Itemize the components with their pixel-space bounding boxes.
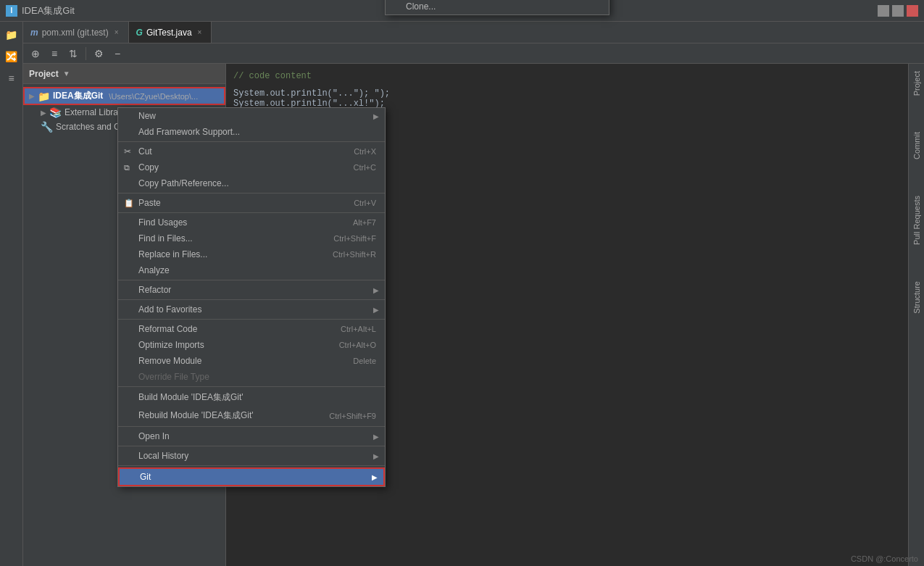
main-layout: 📁 🔀 ≡ m pom.xml (git.test) × G GitTest.j… bbox=[0, 22, 924, 566]
menu-reformat[interactable]: Reformat Code Ctrl+Alt+L bbox=[118, 321, 385, 337]
close-button[interactable] bbox=[907, 5, 918, 17]
panel-arrow[interactable]: ▼ bbox=[63, 70, 70, 78]
tree-root-arrow: ▶ bbox=[29, 92, 35, 100]
git-clone[interactable]: Clone... bbox=[386, 0, 609, 14]
toolbar-sort-btn[interactable]: ⇅ bbox=[65, 46, 81, 62]
tree-root-folder-icon: 📁 bbox=[38, 91, 50, 102]
menu-cut-label: Cut bbox=[138, 146, 152, 157]
cut-icon: ✂ bbox=[124, 146, 131, 157]
tree-root-path: \Users\CZyue\Desktop\... bbox=[109, 92, 198, 101]
menu-find-usages[interactable]: Find Usages Alt+F7 bbox=[118, 215, 385, 230]
sidebar-icon-structure[interactable]: ≡ bbox=[1, 68, 22, 88]
tab-gittest[interactable]: G GitTest.java × bbox=[129, 22, 212, 43]
pom-tab-label: pom.xml (git.test) bbox=[42, 28, 109, 38]
tree-libs-icon: 📚 bbox=[49, 107, 62, 118]
menu-override-type: Override File Type bbox=[118, 369, 385, 385]
menu-reformat-shortcut: Ctrl+Alt+L bbox=[341, 325, 376, 333]
menu-cut[interactable]: ✂ Cut Ctrl+X bbox=[118, 143, 385, 159]
window-controls[interactable] bbox=[878, 5, 918, 17]
gittest-tab-icon: G bbox=[136, 28, 143, 38]
menu-optimize[interactable]: Optimize Imports Ctrl+Alt+O bbox=[118, 337, 385, 353]
sep5 bbox=[118, 299, 385, 300]
git-item-border: Git bbox=[118, 467, 385, 486]
sep3 bbox=[118, 212, 385, 213]
tab-bar: m pom.xml (git.test) × G GitTest.java × bbox=[23, 22, 924, 43]
toolbar-settings-btn[interactable]: ⚙ bbox=[91, 46, 107, 62]
menu-local-history[interactable]: Local History bbox=[118, 448, 385, 464]
menu-reformat-label: Reformat Code bbox=[138, 324, 197, 334]
menu-add-framework-label: Add Framework Support... bbox=[138, 127, 240, 137]
toolbar-sync-btn[interactable]: ⊕ bbox=[28, 46, 43, 62]
sep7 bbox=[118, 386, 385, 387]
sidebar-label-project[interactable]: Project bbox=[912, 71, 921, 96]
menu-find-files[interactable]: Find in Files... Ctrl+Shift+F bbox=[118, 230, 385, 246]
menu-analyze-label: Analyze bbox=[138, 265, 170, 275]
menu-remove-module[interactable]: Remove Module Delete bbox=[118, 353, 385, 369]
toolbar-minimize-btn[interactable]: − bbox=[109, 46, 125, 62]
app-icon: I bbox=[6, 5, 17, 17]
menu-analyze[interactable]: Analyze bbox=[118, 262, 385, 278]
git-clone-label: Clone... bbox=[406, 1, 436, 12]
code-line-1: // code content bbox=[233, 71, 917, 81]
menu-find-usages-shortcut: Alt+F7 bbox=[353, 218, 376, 227]
toolbar: ⊕ ≡ ⇅ ⚙ − bbox=[23, 43, 924, 64]
menu-cut-shortcut: Ctrl+X bbox=[354, 147, 376, 156]
gittest-tab-label: GitTest.java bbox=[146, 28, 192, 38]
menu-refactor[interactable]: Refactor bbox=[118, 282, 385, 298]
tree-root-item[interactable]: ▶ 📁 IDEA集成Git \Users\CZyue\Desktop\... bbox=[23, 87, 225, 105]
menu-refactor-label: Refactor bbox=[138, 285, 171, 295]
pom-tab-icon: m bbox=[30, 28, 38, 38]
menu-favorites[interactable]: Add to Favorites bbox=[118, 301, 385, 317]
maximize-button[interactable] bbox=[892, 5, 904, 17]
menu-rebuild-shortcut: Ctrl+Shift+F9 bbox=[329, 412, 376, 420]
toolbar-align-btn[interactable]: ≡ bbox=[46, 46, 62, 62]
menu-open-in[interactable]: Open In bbox=[118, 428, 385, 444]
sidebar-icon-git[interactable]: 🔀 bbox=[1, 46, 22, 67]
copy-icon: ⧉ bbox=[124, 163, 130, 172]
menu-git-label: Git bbox=[140, 472, 151, 482]
pom-tab-close[interactable]: × bbox=[112, 28, 121, 37]
menu-add-framework[interactable]: Add Framework Support... bbox=[118, 124, 385, 140]
panel-title: Project bbox=[29, 69, 59, 79]
sep2 bbox=[118, 193, 385, 193]
tree-root-label: IDEA集成Git bbox=[53, 90, 103, 102]
menu-rebuild-module[interactable]: Rebuild Module 'IDEA集成Git' Ctrl+Shift+F9 bbox=[118, 407, 385, 425]
tree-libs-arrow: ▶ bbox=[41, 109, 46, 117]
menu-optimize-shortcut: Ctrl+Alt+O bbox=[339, 341, 376, 349]
menu-optimize-label: Optimize Imports bbox=[138, 340, 204, 350]
menu-find-files-shortcut: Ctrl+Shift+F bbox=[333, 234, 376, 243]
left-sidebar: 📁 🔀 ≡ bbox=[0, 22, 23, 566]
menu-copy-shortcut: Ctrl+C bbox=[354, 163, 376, 172]
toolbar-sep1 bbox=[86, 47, 86, 60]
gittest-tab-close[interactable]: × bbox=[196, 28, 204, 37]
menu-replace-files[interactable]: Replace in Files... Ctrl+Shift+R bbox=[118, 246, 385, 262]
sidebar-label-pull-requests[interactable]: Pull Requests bbox=[912, 196, 921, 245]
code-line-2: System.out.println("..."); "); bbox=[233, 88, 917, 99]
sidebar-label-commit[interactable]: Commit bbox=[912, 132, 921, 159]
menu-git[interactable]: Git bbox=[120, 469, 383, 485]
paste-icon: 📋 bbox=[124, 199, 134, 208]
menu-remove-module-shortcut: Delete bbox=[353, 357, 376, 365]
tab-pom[interactable]: m pom.xml (git.test) × bbox=[23, 22, 129, 43]
menu-copy-path[interactable]: Copy Path/Reference... bbox=[118, 175, 385, 191]
menu-new[interactable]: New bbox=[118, 108, 385, 124]
menu-build-module-label: Build Module 'IDEA集成Git' bbox=[138, 391, 244, 404]
menu-replace-files-shortcut: Ctrl+Shift+R bbox=[333, 250, 376, 259]
menu-override-type-label: Override File Type bbox=[138, 372, 209, 382]
menu-favorites-label: Add to Favorites bbox=[138, 304, 201, 315]
sidebar-label-structure[interactable]: Structure bbox=[912, 281, 921, 314]
menu-build-module[interactable]: Build Module 'IDEA集成Git' bbox=[118, 388, 385, 407]
menu-remove-module-label: Remove Module bbox=[138, 356, 201, 366]
menu-find-files-label: Find in Files... bbox=[138, 233, 193, 244]
menu-copy[interactable]: ⧉ Copy Ctrl+C bbox=[118, 159, 385, 175]
sep1 bbox=[118, 141, 385, 142]
menu-replace-files-label: Replace in Files... bbox=[138, 249, 207, 259]
menu-rebuild-module-label: Rebuild Module 'IDEA集成Git' bbox=[138, 409, 254, 422]
sep10 bbox=[118, 465, 385, 466]
minimize-button[interactable] bbox=[878, 5, 889, 17]
sep4 bbox=[118, 280, 385, 280]
menu-paste[interactable]: 📋 Paste Ctrl+V bbox=[118, 195, 385, 211]
sep6 bbox=[118, 319, 385, 320]
menu-paste-shortcut: Ctrl+V bbox=[354, 199, 376, 207]
sidebar-icon-folder[interactable]: 📁 bbox=[1, 25, 22, 45]
